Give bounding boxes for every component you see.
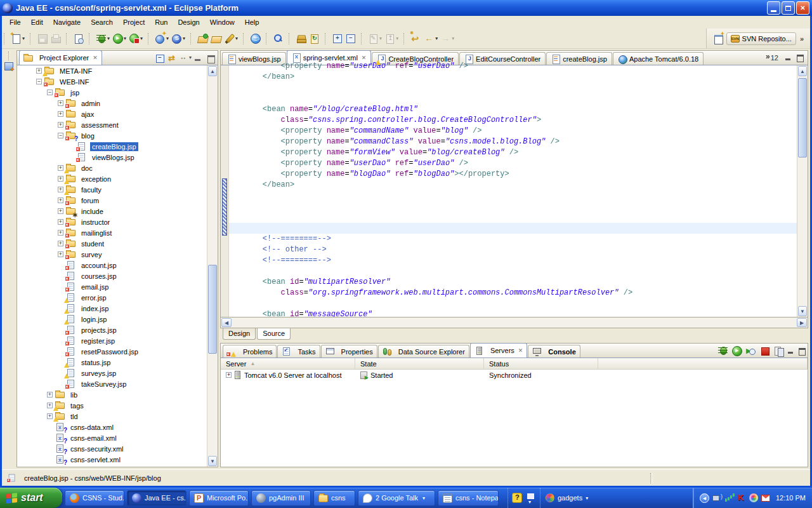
tree-item-lib[interactable]: lib — [17, 389, 218, 400]
maximize-icon[interactable] — [206, 54, 216, 63]
perspective-svn-button[interactable]: SVN SVN Reposito... — [726, 32, 796, 45]
maximize-view-button[interactable] — [796, 54, 804, 61]
start-button[interactable]: start — [0, 488, 62, 508]
expand-icon[interactable] — [58, 176, 63, 182]
code-line[interactable] — [244, 266, 808, 277]
menu-file[interactable]: File — [4, 17, 26, 27]
toolbar-external-tools-button[interactable] — [294, 32, 308, 45]
tree-item-createBlog.jsp[interactable]: createBlog.jsp — [17, 141, 218, 152]
expand-icon[interactable] — [58, 165, 63, 171]
view-menu-icon[interactable] — [181, 54, 190, 63]
toolbar-web-browser-button[interactable] — [249, 32, 262, 45]
tree-item-index.jsp[interactable]: index.jsp — [17, 303, 218, 314]
tree-item-csns-data.xml[interactable]: csns-data.xml — [17, 422, 218, 432]
run-server-button[interactable] — [731, 345, 742, 356]
menu-navigate[interactable]: Navigate — [48, 17, 86, 27]
expand-icon[interactable] — [47, 392, 53, 398]
tree-item-status.jsp[interactable]: status.jsp — [17, 357, 218, 368]
toolbar-import-file-button[interactable] — [196, 32, 209, 45]
status-grip[interactable] — [650, 473, 653, 483]
tree-item-WEB-INF[interactable]: WEB-INF — [17, 76, 218, 87]
title-bar[interactable]: Java EE - csns/conf/spring-servlet.xml -… — [0, 0, 812, 16]
xml-editor[interactable]: <property name="userDao" ref="userDao" /… — [220, 65, 808, 318]
tree-item-csns-security.xml[interactable]: csns-security.xml — [17, 443, 218, 454]
code-line[interactable]: <!-- other --> — [244, 244, 808, 255]
minimize-view-button[interactable] — [785, 54, 792, 61]
editor-ruler[interactable] — [221, 65, 229, 317]
collapse-icon[interactable] — [58, 133, 63, 138]
expand-icon[interactable] — [58, 251, 63, 257]
code-line[interactable]: <bean id="messageSource" — [244, 309, 808, 317]
taskbar-button-java-ee-cs-[interactable]: Java EE - cs... — [127, 490, 187, 506]
code-line[interactable] — [244, 93, 808, 104]
scroll-down-icon[interactable]: ▼ — [798, 306, 807, 316]
tab-problems[interactable]: Problems — [223, 345, 277, 358]
expand-icon[interactable] — [58, 197, 63, 203]
toolbar-mark-occurrences-button[interactable]: ▾ — [223, 32, 239, 45]
code-line[interactable]: class="csns.spring.controller.blog.Creat… — [244, 115, 808, 126]
tree-item-resetPassword.jsp[interactable]: resetPassword.jsp — [17, 346, 218, 357]
menu-edit[interactable]: Edit — [26, 17, 48, 27]
toolbar-run-button[interactable]: ▾ — [111, 32, 128, 45]
perspective-overflow-chevron[interactable]: » — [799, 35, 805, 43]
code-line[interactable]: class="org.springframework.web.multipart… — [244, 288, 808, 298]
code-line[interactable] — [244, 201, 808, 212]
tree-item-exception[interactable]: exception — [17, 173, 218, 184]
taskbar-button-csns[interactable]: csns — [313, 490, 355, 506]
taskbar-button-pgadmin-iii[interactable]: pgAdmin III — [251, 490, 311, 506]
collapse-all-icon[interactable] — [155, 54, 165, 63]
tree-item-email.jsp[interactable]: email.jsp — [17, 281, 218, 292]
scrollbar-thumb[interactable] — [798, 78, 807, 157]
code-line[interactable] — [244, 298, 808, 309]
tree-item-surveys.jsp[interactable]: surveys.jsp — [17, 368, 218, 378]
taskbar-button-csns-stud-[interactable]: CSNS - Stud... — [65, 490, 124, 506]
code-line[interactable]: <property name="formView" value="blog/cr… — [244, 147, 808, 158]
tree-item-csns-servlet.xml[interactable]: csns-servlet.xml — [17, 454, 218, 465]
code-line[interactable] — [244, 212, 808, 223]
tree-item-projects.jsp[interactable]: projects.jsp — [17, 324, 218, 335]
profile-server-button[interactable] — [745, 345, 756, 356]
code-line[interactable]: </bean> — [244, 72, 808, 83]
fast-view-icon[interactable] — [4, 62, 13, 70]
expand-icon[interactable] — [58, 122, 63, 128]
menu-search[interactable]: Search — [86, 17, 118, 27]
expand-icon[interactable] — [58, 100, 63, 106]
menu-window[interactable]: Window — [205, 17, 240, 27]
column-header-state[interactable]: State — [355, 358, 484, 369]
chevron-down-icon[interactable]: ▾ — [586, 495, 588, 501]
expand-icon[interactable] — [226, 372, 232, 378]
code-line[interactable]: <!--========--> — [244, 234, 808, 244]
tab-servers[interactable]: Servers✕ — [470, 343, 527, 358]
tree-item-courses.jsp[interactable]: courses.jsp — [17, 271, 218, 281]
tree-item-admin[interactable]: admin — [17, 98, 218, 109]
code-line[interactable]: <!--========--> — [244, 255, 808, 266]
code-line[interactable]: </bean> — [244, 180, 808, 190]
toolbar-back-to-last-edit-button[interactable] — [409, 32, 422, 45]
tree-item-faculty[interactable]: faculty — [17, 184, 218, 195]
publish-server-button[interactable] — [773, 345, 784, 356]
spiral-tray-icon[interactable] — [749, 493, 758, 502]
toolbar-expand-all-button[interactable] — [331, 32, 344, 45]
tree-item-tags[interactable]: tags — [17, 400, 218, 411]
tree-item-META-INF[interactable]: META-INF — [17, 65, 218, 76]
toolbar-web-service-explorer-button[interactable]: ▾ — [170, 32, 187, 45]
tree-item-mailinglist[interactable]: mailinglist — [17, 227, 218, 238]
tree-item-doc[interactable]: doc — [17, 163, 218, 173]
close-icon[interactable]: ✕ — [362, 55, 367, 61]
code-line[interactable]: <bean id="multipartResolver" — [244, 277, 808, 288]
minimize-icon[interactable] — [193, 54, 203, 63]
tree-item-blog[interactable]: blog — [17, 130, 218, 141]
scroll-up-icon[interactable]: ▲ — [798, 66, 807, 76]
scrollbar-thumb[interactable] — [208, 265, 217, 354]
expand-icon[interactable] — [58, 219, 63, 225]
maximize-view-button[interactable] — [798, 347, 806, 354]
tree-item-viewBlogs.jsp[interactable]: viewBlogs.jsp — [17, 152, 218, 163]
tree-item-survey[interactable]: survey — [17, 249, 218, 260]
expand-icon[interactable] — [58, 187, 63, 192]
tree-item-tld[interactable]: tld — [17, 411, 218, 422]
expand-icon[interactable] — [47, 403, 53, 408]
expand-icon[interactable] — [58, 230, 63, 236]
stop-server-button[interactable] — [759, 345, 770, 356]
column-header-server[interactable]: Server▲ — [221, 358, 355, 369]
scroll-down-icon[interactable]: ▼ — [208, 456, 217, 466]
